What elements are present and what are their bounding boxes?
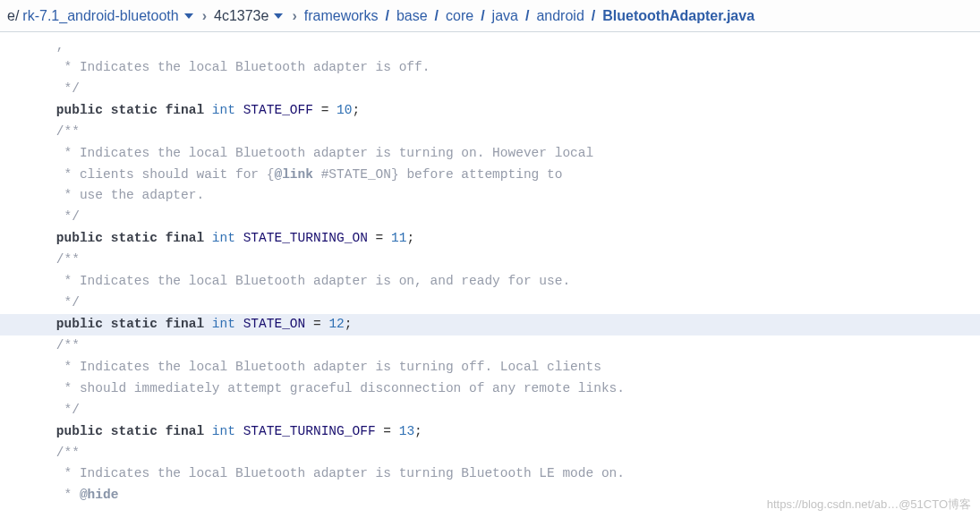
- breadcrumb-branch-label: rk-7.1_android-bluetooth: [22, 8, 178, 24]
- breadcrumb-sep: ›: [197, 8, 212, 24]
- code-line: /**: [0, 335, 980, 357]
- breadcrumb-path-1[interactable]: base: [395, 8, 430, 24]
- breadcrumb-sep: /: [430, 8, 444, 24]
- breadcrumb-path-3[interactable]: java: [490, 8, 520, 24]
- code-line: */: [0, 79, 980, 100]
- breadcrumb-branch[interactable]: rk-7.1_android-bluetooth: [21, 8, 196, 24]
- code-line: * should immediately attempt graceful di…: [0, 378, 980, 400]
- code-line: * clients should wait for {@link #STATE_…: [0, 165, 980, 186]
- code-line: * Indicates the local Bluetooth adapter …: [0, 271, 980, 293]
- code-view: , * Indicates the local Bluetooth adapte…: [0, 32, 980, 506]
- breadcrumb-path-2[interactable]: core: [444, 8, 475, 24]
- code-line-highlighted: public static final int STATE_ON = 12;: [0, 314, 980, 335]
- breadcrumb-commit-label: 4c1373e: [214, 8, 268, 24]
- breadcrumb-sep: /: [520, 8, 534, 24]
- breadcrumb-sep: /: [586, 8, 601, 24]
- code-line: * Indicates the local Bluetooth adapter …: [0, 463, 980, 485]
- code-line: ,: [0, 36, 980, 57]
- code-line: * @hide: [0, 485, 980, 506]
- chevron-down-icon: [184, 13, 193, 19]
- breadcrumb-sep: ›: [286, 8, 302, 24]
- code-line: */: [0, 293, 980, 314]
- code-line: /**: [0, 122, 980, 143]
- code-line: public static final int STATE_OFF = 10;: [0, 100, 980, 122]
- code-line: /**: [0, 250, 980, 271]
- code-line: */: [0, 207, 980, 228]
- code-line: * Indicates the local Bluetooth adapter …: [0, 57, 980, 79]
- code-line: public static final int STATE_TURNING_OF…: [0, 421, 980, 443]
- breadcrumb-sep: /: [475, 8, 490, 24]
- code-line: */: [0, 400, 980, 421]
- code-line: public static final int STATE_TURNING_ON…: [0, 228, 980, 250]
- breadcrumb-sep: /: [379, 8, 394, 24]
- chevron-down-icon: [274, 13, 283, 19]
- code-line: /**: [0, 443, 980, 464]
- breadcrumb-path-0[interactable]: frameworks: [303, 8, 380, 24]
- code-line: * use the adapter.: [0, 185, 980, 207]
- code-line: * Indicates the local Bluetooth adapter …: [0, 143, 980, 165]
- code-line: * Indicates the local Bluetooth adapter …: [0, 357, 980, 378]
- breadcrumb: e/ rk-7.1_android-bluetooth › 4c1373e › …: [0, 0, 980, 32]
- breadcrumb-file[interactable]: BluetoothAdapter.java: [601, 8, 756, 24]
- breadcrumb-commit[interactable]: 4c1373e: [212, 8, 286, 24]
- breadcrumb-branch-prefix: e/: [5, 8, 21, 24]
- breadcrumb-path-4[interactable]: android: [534, 8, 585, 24]
